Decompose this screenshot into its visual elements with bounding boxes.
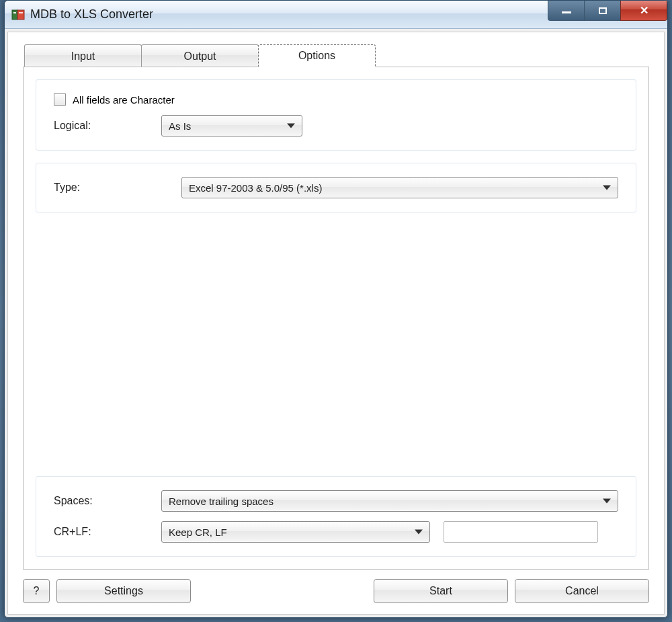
chevron-down-icon	[415, 530, 423, 535]
start-button[interactable]: Start	[374, 579, 508, 603]
logical-combo[interactable]: As Is	[161, 115, 302, 137]
tab-input[interactable]: Input	[24, 44, 142, 67]
logical-label: Logical:	[54, 120, 161, 132]
chevron-down-icon	[603, 186, 611, 190]
tab-options[interactable]: Options	[258, 44, 376, 67]
close-button[interactable]	[620, 1, 667, 21]
type-label: Type:	[54, 182, 181, 194]
svg-rect-2	[13, 12, 16, 13]
type-value: Excel 97-2003 & 5.0/95 (*.xls)	[189, 182, 322, 194]
group-type: Type: Excel 97-2003 & 5.0/95 (*.xls)	[36, 163, 636, 212]
group-character: All fields are Character Logical: As Is	[36, 79, 636, 151]
tabstrip: Input Output Options	[24, 44, 649, 67]
crlf-combo[interactable]: Keep CR, LF	[161, 521, 430, 543]
minimize-icon	[562, 11, 571, 13]
spaces-value: Remove trailing spaces	[169, 496, 274, 507]
cancel-button[interactable]: Cancel	[515, 579, 649, 603]
crlf-value: Keep CR, LF	[169, 527, 227, 538]
crlf-label: CR+LF:	[54, 526, 161, 538]
maximize-icon	[599, 7, 607, 14]
app-icon	[11, 8, 25, 22]
help-button[interactable]: ?	[23, 579, 50, 603]
app-window: MDB to XLS Converter Input Output Option…	[4, 0, 668, 618]
svg-rect-3	[19, 12, 23, 13]
all-fields-char-label: All fields are Character	[73, 94, 175, 106]
close-icon	[640, 4, 648, 17]
window-title: MDB to XLS Converter	[30, 7, 153, 22]
bottom-bar: ? Settings Start Cancel	[23, 579, 649, 603]
logical-value: As Is	[169, 120, 191, 132]
all-fields-char-checkbox[interactable]	[54, 93, 66, 106]
svg-rect-1	[17, 10, 24, 20]
tabpage-options: All fields are Character Logical: As Is …	[23, 67, 649, 570]
minimize-button[interactable]	[548, 1, 585, 21]
maximize-button[interactable]	[584, 1, 621, 21]
svg-rect-0	[12, 10, 17, 20]
crlf-extra-input[interactable]	[444, 521, 598, 543]
chevron-down-icon	[603, 499, 611, 504]
chevron-down-icon	[287, 124, 295, 128]
settings-button[interactable]: Settings	[56, 579, 191, 603]
titlebar[interactable]: MDB to XLS Converter	[5, 1, 667, 29]
group-text-handling: Spaces: Remove trailing spaces CR+LF: Ke…	[36, 476, 636, 557]
tab-output[interactable]: Output	[141, 44, 259, 67]
window-controls	[548, 1, 667, 21]
type-combo[interactable]: Excel 97-2003 & 5.0/95 (*.xls)	[181, 177, 618, 198]
client-area: Input Output Options All fields are Char…	[7, 32, 665, 615]
spaces-label: Spaces:	[54, 495, 161, 507]
spaces-combo[interactable]: Remove trailing spaces	[161, 490, 618, 512]
